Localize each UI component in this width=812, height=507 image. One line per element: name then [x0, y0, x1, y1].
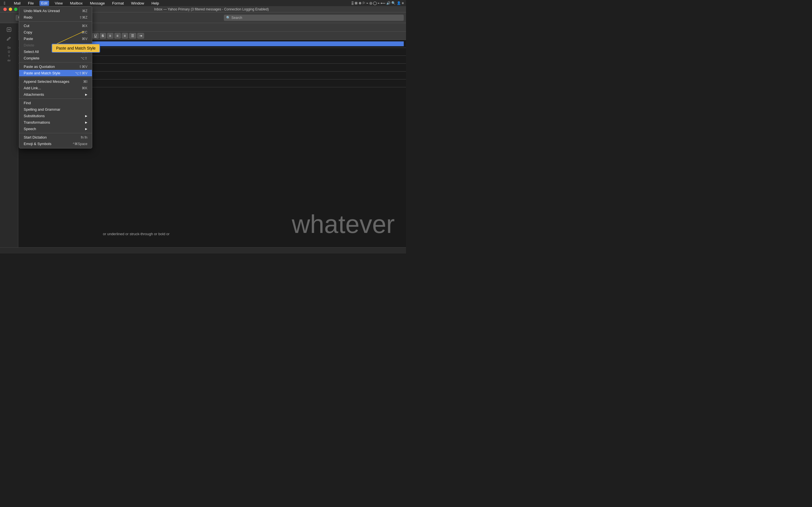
menu-item-label: Speech: [24, 127, 84, 131]
menu-item-label: Redo: [24, 15, 76, 19]
menu-item-spelling-and-grammar[interactable]: Spelling and Grammar: [19, 106, 92, 113]
search-input[interactable]: 🔍 Search: [224, 15, 404, 21]
close-button[interactable]: [3, 8, 7, 11]
menu-item-label: Attachments: [24, 93, 84, 97]
menu-item-append-selected-messages[interactable]: Append Selected Messages⌘I: [19, 78, 92, 85]
window-controls: [3, 6, 17, 12]
menu-item-label: Start Dictation: [24, 135, 78, 139]
menu-divider-16: [19, 99, 92, 99]
menubar:  Mail File Edit View Mailbox Message Fo…: [0, 0, 406, 6]
menu-item-shortcut: ⌘I: [83, 80, 87, 83]
menu-item-paste-and-match-style[interactable]: Paste and Match Style⌥⇧⌘V: [19, 70, 92, 76]
menu-item-redo[interactable]: Redo⇧⌘Z: [19, 14, 92, 20]
menu-item-paste[interactable]: Paste⌘V: [19, 36, 92, 42]
other-label: O: [0, 50, 18, 54]
submenu-arrow-icon: ▶: [85, 114, 87, 117]
menu-item-shortcut: ⌘X: [82, 24, 87, 28]
align-center-button[interactable]: ≡: [114, 33, 121, 39]
menu-view[interactable]: View: [53, 1, 64, 6]
menu-item-label: Copy: [24, 30, 78, 34]
sidebar-compose[interactable]: [0, 25, 18, 34]
menu-divider-12: [19, 77, 92, 77]
yet-another: Y: [0, 54, 18, 58]
align-right-button[interactable]: ≡: [122, 33, 128, 39]
menu-message[interactable]: Message: [88, 1, 107, 6]
submenu-arrow-icon: ▶: [85, 127, 87, 130]
search-placeholder: Search: [232, 16, 242, 20]
subject-input[interactable]: [41, 73, 404, 77]
menu-item-label: Paste and Match Style: [24, 71, 71, 75]
menu-item-label: Spelling and Grammar: [24, 107, 87, 112]
body-suffix: or underlined or struck-through or bold …: [103, 232, 169, 236]
menu-divider-2: [19, 21, 92, 22]
menu-divider-22: [19, 133, 92, 133]
menu-item-cut[interactable]: Cut⌘X: [19, 22, 92, 29]
maximize-button[interactable]: [14, 8, 17, 11]
apple-menu[interactable]: : [2, 0, 7, 6]
menu-item-complete[interactable]: Complete⌥⇧: [19, 55, 92, 61]
menu-item-shortcut: ⇧⌘Z: [79, 15, 87, 19]
strikethrough-button[interactable]: S: [100, 33, 106, 39]
menu-item-shortcut: ⌥⇧⌘V: [75, 71, 87, 75]
menu-item-undo-mark-as-unread[interactable]: Undo Mark As Unread⌘Z: [19, 8, 92, 14]
menubar-right: ⣿ ⊞ ⊛ ⚐ ⌁ ◎ ◯ ⌁ ⟵ 🔊 🔍 👤 ≡: [351, 1, 404, 5]
menubar-status-icons: ⣿ ⊞ ⊛ ⚐ ⌁ ◎ ◯ ⌁ ⟵ 🔊 🔍 👤 ≡: [351, 1, 404, 5]
sidebar: Sn O Y ev: [0, 23, 18, 247]
reply-to-input[interactable]: [41, 65, 404, 69]
list-button[interactable]: ☰: [129, 33, 136, 39]
underline-button[interactable]: U: [92, 33, 99, 39]
menu-item-shortcut: ^⌘Space: [73, 142, 87, 146]
menu-window[interactable]: Window: [130, 1, 146, 6]
menu-item-label: Complete: [24, 56, 77, 60]
search-icon: 🔍: [226, 16, 231, 20]
menu-item-paste-as-quotation[interactable]: Paste as Quotation⇧⌘V: [19, 63, 92, 70]
menu-item-label: Transformations: [24, 120, 84, 124]
ev-label: ev: [0, 58, 18, 62]
menu-item-label: Paste as Quotation: [24, 64, 75, 69]
menu-item-shortcut: ⌥⇧: [81, 56, 87, 60]
menu-item-transformations[interactable]: Transformations▶: [19, 119, 92, 126]
menu-item-label: Find: [24, 101, 87, 105]
menu-help[interactable]: Help: [150, 1, 161, 6]
menu-item-label: Emoji & Symbols: [24, 142, 69, 146]
menu-item-find[interactable]: Find: [19, 100, 92, 106]
window-title: Inbox — Yahoo Primary (3 filtered messag…: [154, 7, 269, 11]
menu-item-shortcut: ⌘C: [82, 31, 87, 34]
menu-item-start-dictation[interactable]: Start Dictationfn fn: [19, 134, 92, 140]
edit-dropdown-menu: Undo Mark As Unread⌘ZRedo⇧⌘ZCut⌘XCopy⌘CP…: [19, 6, 92, 149]
menu-item-label: Paste: [24, 37, 79, 41]
bcc-input[interactable]: [41, 57, 404, 62]
menu-mail[interactable]: Mail: [12, 1, 22, 6]
menu-item-shortcut: ⌘V: [82, 37, 87, 41]
whatever-text: whatever: [292, 210, 395, 239]
sidebar-edit[interactable]: [0, 34, 18, 43]
align-left-button[interactable]: ≡: [107, 33, 113, 39]
menu-mailbox[interactable]: Mailbox: [68, 1, 84, 6]
menu-item-shortcut: ⇧⌘V: [79, 65, 87, 69]
menu-item-substitutions[interactable]: Substitutions▶: [19, 113, 92, 119]
menu-item-label: Add Link...: [24, 86, 79, 90]
menu-item-label: Substitutions: [24, 114, 84, 118]
menu-item-label: Cut: [24, 24, 79, 28]
menu-item-shortcut: ⌘Z: [82, 9, 87, 13]
menu-file[interactable]: File: [26, 1, 36, 6]
submenu-arrow-icon: ▶: [85, 121, 87, 124]
indent-button[interactable]: ⇥: [137, 33, 144, 39]
submenu-arrow-icon: ▶: [85, 93, 87, 96]
menubar-left:  Mail File Edit View Mailbox Message Fo…: [2, 0, 161, 6]
menu-edit[interactable]: Edit: [40, 1, 49, 6]
menu-item-emoji--symbols[interactable]: Emoji & Symbols^⌘Space: [19, 140, 92, 147]
menu-item-shortcut: fn fn: [81, 135, 87, 139]
menu-format[interactable]: Format: [110, 1, 125, 6]
menu-item-label: Undo Mark As Unread: [24, 9, 79, 13]
snooze-label: Sn: [0, 46, 18, 50]
menu-item-speech[interactable]: Speech▶: [19, 126, 92, 132]
bottom-bar: [0, 247, 406, 253]
menu-item-copy[interactable]: Copy⌘C: [19, 29, 92, 36]
paste-match-style-tooltip: Paste and Match Style: [52, 44, 100, 53]
menu-item-shortcut: ⌘K: [82, 86, 87, 90]
menu-item-add-link[interactable]: Add Link...⌘K: [19, 85, 92, 91]
menu-item-attachments[interactable]: Attachments▶: [19, 91, 92, 98]
minimize-button[interactable]: [9, 8, 12, 11]
menu-item-label: Append Selected Messages: [24, 79, 80, 83]
